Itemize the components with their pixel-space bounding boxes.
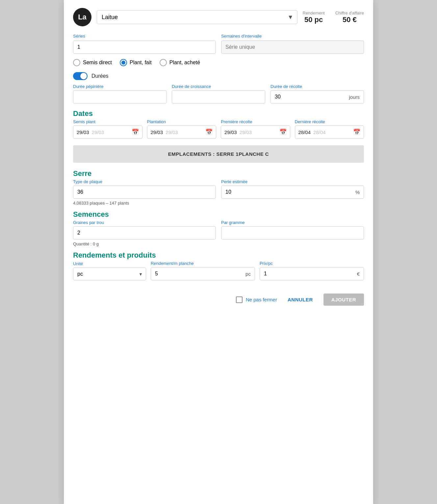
chiffre-affaire-label: Chiffre d'affaire — [335, 11, 364, 15]
semis-plant-ghost: 29/03 — [92, 129, 104, 135]
radio-plant-achete-circle — [160, 59, 167, 66]
croissance-label: Durée de croissance — [172, 84, 265, 89]
ajouter-button[interactable]: AJOUTER — [323, 294, 364, 306]
ne-pas-fermer-checkbox[interactable]: Ne pas fermer — [236, 296, 277, 303]
unite-label: Unité — [73, 261, 146, 266]
semis-plant-group: Semis plant 29/03 29/03 📅 — [73, 119, 142, 139]
par-gramme-label: Par gramme — [221, 220, 364, 225]
derniere-recolte-ghost: 28/04 — [313, 129, 326, 135]
semences-row: Graines par trou Par gramme — [73, 220, 364, 239]
graines-group: Graines par trou — [73, 220, 216, 239]
plantation-input[interactable]: 29/03 29/03 📅 — [147, 126, 217, 139]
footer-row: Ne pas fermer ANNULER AJOUTER — [73, 290, 364, 306]
radio-plant-fait-label: Plant, fait — [130, 60, 152, 66]
header-row: La Laitue Tomate Carotte Radis ▼ Rendeme… — [73, 8, 364, 26]
serre-info-text: 4,08333 plaques – 147 plants — [73, 201, 364, 206]
radio-semis-direct-label: Semis direct — [83, 60, 112, 66]
rendement-planche-wrapper: pc — [151, 267, 255, 280]
dates-row: Semis plant 29/03 29/03 📅 Plantation 29/… — [73, 119, 364, 139]
perte-estimee-input[interactable] — [221, 186, 351, 198]
series-input[interactable] — [73, 41, 216, 54]
plantation-group: Plantation 29/03 29/03 📅 — [147, 119, 217, 139]
serre-row: Type de plaque Perte estimée % — [73, 179, 364, 199]
radio-plant-fait[interactable]: Plant, fait — [120, 59, 152, 66]
radio-plant-achete-label: Plant, acheté — [169, 60, 200, 66]
series-group: Séries — [73, 33, 216, 54]
chiffre-affaire-stat: Chiffre d'affaire 50 € — [335, 11, 364, 24]
premiere-recolte-label: Première récolte — [221, 119, 290, 124]
perte-input-wrapper: % — [221, 185, 364, 199]
rendement-planche-input[interactable] — [151, 267, 242, 280]
emplacements-bar[interactable]: EMPLACEMENTS : SERRE 1PLANCHE C — [73, 145, 364, 163]
chiffre-affaire-value: 50 € — [335, 15, 364, 24]
crop-select[interactable]: Laitue Tomate Carotte Radis — [97, 10, 297, 24]
interval-label: Semaines d'intervalle — [221, 34, 364, 39]
header-stats: Rendement 50 pc Chiffre d'affaire 50 € — [303, 11, 364, 24]
type-plaque-input[interactable] — [73, 185, 216, 199]
plantation-label: Plantation — [147, 119, 217, 124]
rendement-planche-group: Rendement/m planche pc — [151, 261, 255, 280]
prix-label: Prix/pc — [260, 261, 364, 266]
calendar-icon-4: 📅 — [353, 128, 360, 136]
radio-plant-fait-circle — [120, 59, 127, 66]
semis-plant-input[interactable]: 29/03 29/03 📅 — [73, 126, 142, 139]
rendement-planche-label: Rendement/m planche — [151, 261, 255, 266]
rendements-title: Rendements et produits — [73, 251, 364, 260]
radio-semis-direct[interactable]: Semis direct — [73, 59, 112, 66]
croissance-input[interactable] — [172, 90, 265, 103]
annuler-button[interactable]: ANNULER — [285, 294, 316, 306]
semences-section: Semences Graines par trou Par gramme Qua… — [73, 210, 364, 246]
interval-group: Semaines d'intervalle — [221, 33, 364, 54]
durees-toggle[interactable] — [73, 72, 88, 80]
pepiniere-group: Durée pépinière — [73, 84, 167, 103]
prix-wrapper: € — [260, 267, 364, 280]
radio-semis-direct-circle — [73, 59, 80, 66]
dates-title: Dates — [73, 109, 364, 118]
durees-toggle-row: Durées — [73, 72, 364, 80]
unite-select-wrapper: pc kg g botte — [73, 267, 146, 280]
rendement-label: Rendement — [303, 11, 325, 15]
derniere-recolte-input[interactable]: 28/04 28/04 📅 — [295, 126, 364, 139]
recolte-duration-suffix: jours — [345, 94, 364, 100]
serre-title: Serre — [73, 169, 364, 178]
semences-title: Semences — [73, 210, 364, 219]
plant-type-row: Semis direct Plant, fait Plant, acheté — [73, 59, 364, 66]
recolte-duration-label: Durée de récolte — [270, 84, 364, 89]
premiere-recolte-input[interactable]: 29/03 29/03 📅 — [221, 126, 290, 139]
plantation-ghost: 29/03 — [166, 129, 178, 135]
pepiniere-input[interactable] — [73, 90, 167, 103]
durations-row: Durée pépinière Durée de croissance Duré… — [73, 84, 364, 103]
prix-input[interactable] — [260, 267, 353, 280]
unite-select[interactable]: pc kg g botte — [73, 267, 146, 280]
calendar-icon-3: 📅 — [279, 128, 287, 136]
croissance-group: Durée de croissance — [172, 84, 265, 103]
series-label: Séries — [73, 34, 216, 39]
derniere-recolte-label: Dernière récolte — [295, 119, 364, 124]
semis-plant-label: Semis plant — [73, 119, 142, 124]
checkbox-icon — [236, 296, 243, 303]
avatar: La — [73, 8, 91, 26]
premiere-recolte-group: Première récolte 29/03 29/03 📅 — [221, 119, 290, 139]
calendar-icon: 📅 — [132, 128, 139, 136]
derniere-recolte-value: 28/04 — [298, 129, 311, 135]
perte-estimee-label: Perte estimée — [221, 179, 364, 184]
premiere-recolte-value: 29/03 — [224, 129, 237, 135]
par-gramme-group: Par gramme — [221, 220, 364, 239]
dates-section: Dates Semis plant 29/03 29/03 📅 Plantati… — [73, 109, 364, 139]
semis-plant-value: 29/03 — [77, 129, 89, 135]
prix-suffix: € — [353, 271, 364, 277]
par-gramme-input[interactable] — [221, 226, 364, 239]
crop-select-wrapper: Laitue Tomate Carotte Radis ▼ — [97, 10, 297, 24]
rendement-planche-suffix: pc — [242, 271, 255, 277]
graines-input[interactable] — [73, 226, 216, 239]
ne-pas-fermer-label: Ne pas fermer — [246, 297, 277, 302]
premiere-recolte-ghost: 29/03 — [240, 129, 252, 135]
recolte-duration-input[interactable] — [271, 91, 345, 103]
interval-input[interactable] — [221, 41, 364, 54]
recolte-duration-input-wrapper: jours — [270, 90, 364, 103]
calendar-icon-2: 📅 — [205, 128, 213, 136]
series-row: Séries Semaines d'intervalle — [73, 33, 364, 54]
radio-plant-achete[interactable]: Plant, acheté — [160, 59, 200, 66]
quantite-text: Quantité : 0 g — [73, 241, 364, 246]
graines-label: Graines par trou — [73, 220, 216, 225]
